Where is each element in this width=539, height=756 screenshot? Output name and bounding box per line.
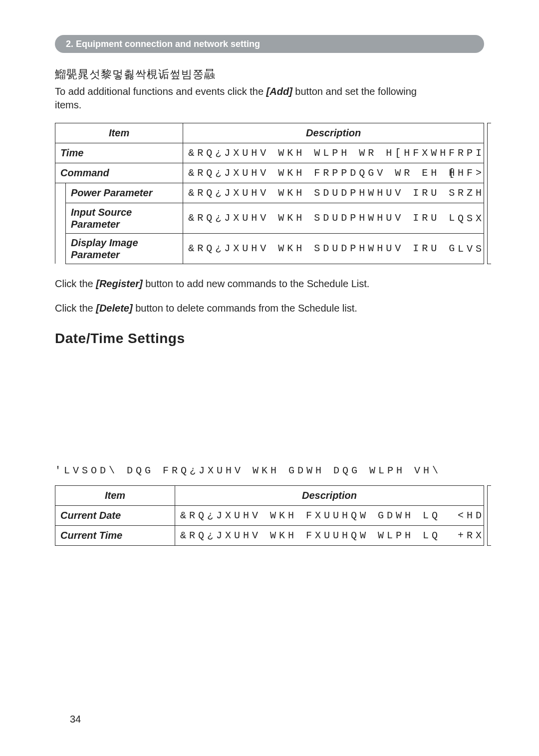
desc-bleed: LVS <box>458 242 484 255</box>
intro-paragraph: To add additional functions and events c… <box>55 85 484 112</box>
row-label-power-parameter: Power Parameter <box>66 183 183 203</box>
table-row: Input Source Parameter &RQ¿JXUHV WKH SDU… <box>55 203 484 233</box>
row-desc: &RQ¿JXUHV WKH SDUDPHWHUV IRU S RZH <box>183 183 484 203</box>
row-label-display-image-parameter: Display Image Parameter <box>66 233 183 264</box>
table-row: Current Time &RQ¿JXUHV WKH FXUUHQW WLPH … <box>55 525 484 545</box>
delete-button-reference: [Delete] <box>96 303 132 314</box>
register-paragraph: Click the [Register] button to add new c… <box>55 277 484 291</box>
row-label-time: Time <box>55 143 183 163</box>
config-description-line: 'LVSOD\ DQG FRQ¿JXUHV WKH GDWH DQG WLPH … <box>55 464 484 477</box>
intro-suffix-1: button and set the following <box>292 86 417 97</box>
register-button-reference: [Register] <box>96 278 142 289</box>
table-row: Power Parameter &RQ¿JXUHV WKH SDUDPHWHUV… <box>55 183 484 203</box>
desc-text: &RQ¿JXUHV WKH FXUUHQW GDWH LQ <box>180 509 479 522</box>
table-header-row: Item Description <box>55 485 484 505</box>
row-label-current-time: Current Time <box>55 525 175 545</box>
desc-bleed: +RX <box>458 529 484 542</box>
table-right-edge-marker <box>487 485 491 546</box>
desc-text: &RQ¿JXUHV WKH FRPPDQGV WR EH H <box>188 166 479 180</box>
row-desc: &RQ¿JXUHV WKH SDUDPHWHUV IRU L QSX <box>183 203 484 233</box>
col-item-header: Item <box>55 123 183 143</box>
row-desc: &RQ¿JXUHV WKH FXUUHQW GDWH LQ <HD <box>175 505 484 525</box>
desc-bleed: <HD <box>458 509 484 522</box>
table-row: Command &RQ¿JXUHV WKH FRPPDQGV WR EH H [… <box>55 163 484 183</box>
col-item-header: Item <box>55 485 175 505</box>
para-prefix: Click the <box>55 278 96 289</box>
indent-spacer <box>55 183 66 264</box>
para-prefix: Click the <box>55 303 96 314</box>
row-desc: &RQ¿JXUHV WKH WLPH WR H[HFXWH FRPI <box>183 143 484 163</box>
section-heading-date-time: Date/Time Settings <box>55 329 484 348</box>
desc-bleed: FRPI <box>449 146 484 160</box>
schedule-items-table: Item Description Time &RQ¿JXUHV WKH WLPH… <box>55 123 484 264</box>
desc-text: &RQ¿JXUHV WKH SDUDPHWHUV IRU S <box>188 186 479 200</box>
desc-bleed: QSX <box>458 211 484 225</box>
para-suffix: button to delete commands from the Sched… <box>133 303 357 314</box>
desc-text: &RQ¿JXUHV WKH SDUDPHWHUV IRU G <box>188 242 479 255</box>
desc-bleed: [HF> <box>449 166 484 180</box>
date-time-table: Item Description Current Date &RQ¿JXUHV … <box>55 485 484 546</box>
desc-text: &RQ¿JXUHV WKH SDUDPHWHUV IRU L <box>188 211 479 225</box>
page-number: 34 <box>70 713 81 726</box>
desc-bleed: RZH <box>458 186 484 200</box>
col-description-header: Description <box>175 485 484 505</box>
row-label-current-date: Current Date <box>55 505 175 525</box>
intro-suffix-2: items. <box>55 99 81 110</box>
desc-text: &RQ¿JXUHV WKH WLPH WR H[HFXWH <box>188 146 479 160</box>
table-row: Time &RQ¿JXUHV WKH WLPH WR H[HFXWH FRPI <box>55 143 484 163</box>
chapter-header-bar: 2. Equipment connection and network sett… <box>55 35 484 53</box>
col-description-header: Description <box>183 123 484 143</box>
desc-text: &RQ¿JXUHV WKH FXUUHQW WLPH LQ <box>180 529 479 542</box>
row-label-input-source-parameter: Input Source Parameter <box>66 203 183 233</box>
row-label-command: Command <box>55 163 183 183</box>
cjk-glyph-line: 鰡甖晁섯黎멓쵫싹梘诟쎂빔쫑曧 <box>55 67 484 82</box>
intro-prefix: To add additional functions and events c… <box>55 86 267 97</box>
para-suffix: button to add new commands to the Schedu… <box>143 278 370 289</box>
add-button-reference: [Add] <box>267 86 292 97</box>
row-desc: &RQ¿JXUHV WKH SDUDPHWHUV IRU G LVS <box>183 233 484 264</box>
table-row: Current Date &RQ¿JXUHV WKH FXUUHQW GDWH … <box>55 505 484 525</box>
table-right-edge-marker <box>487 123 491 264</box>
row-desc: &RQ¿JXUHV WKH FRPPDQGV WR EH H [HF> <box>183 163 484 183</box>
table-row: Display Image Parameter &RQ¿JXUHV WKH SD… <box>55 233 484 264</box>
delete-paragraph: Click the [Delete] button to delete comm… <box>55 302 484 315</box>
table-header-row: Item Description <box>55 123 484 143</box>
row-desc: &RQ¿JXUHV WKH FXUUHQW WLPH LQ +RX <box>175 525 484 545</box>
figure-placeholder <box>55 364 484 464</box>
